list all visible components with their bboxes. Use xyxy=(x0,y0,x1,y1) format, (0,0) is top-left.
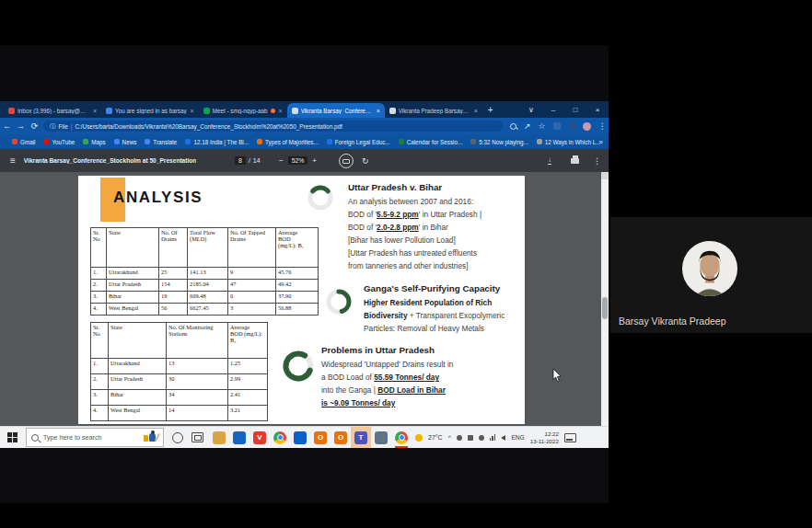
section-line: BOD of '2.0-2.8 ppm' in Bihar xyxy=(348,221,523,234)
table-cell: 2185.04 xyxy=(188,280,228,292)
rotate-icon[interactable]: ↻ xyxy=(362,156,369,166)
taskbar-clock[interactable]: 12:22 13-11-2022 xyxy=(530,430,559,444)
extension-icon[interactable] xyxy=(553,122,561,130)
recording-dot-icon xyxy=(271,109,275,113)
settings-app-icon[interactable] xyxy=(371,427,391,448)
pdf-menu-icon[interactable]: ≡ xyxy=(10,155,16,166)
tab-close-icon[interactable]: × xyxy=(278,108,283,114)
task-view-icon[interactable] xyxy=(191,432,203,442)
bookmark-item[interactable]: Foreign Legal Educ... xyxy=(327,139,390,145)
active-app-underline xyxy=(395,446,408,448)
browser-tab[interactable]: Vikranta Barsay_Conference...× xyxy=(287,103,385,118)
new-tab-button[interactable]: + xyxy=(488,103,493,118)
print-icon[interactable] xyxy=(571,158,579,164)
pdf-scrollbar[interactable] xyxy=(601,172,609,426)
windows-start-icon[interactable] xyxy=(7,432,17,442)
tab-search-icon[interactable]: ∨ xyxy=(520,106,542,114)
office-app-icon[interactable]: O xyxy=(310,427,331,448)
bookmarks-overflow-icon[interactable]: » xyxy=(599,138,603,146)
minimize-icon[interactable]: – xyxy=(542,106,564,114)
taskbar-search-input[interactable]: Type here to search xyxy=(26,428,164,447)
tab-close-icon[interactable]: × xyxy=(92,108,97,114)
bookmark-favicon xyxy=(470,139,476,144)
volume-icon[interactable] xyxy=(501,435,505,441)
zoom-in-icon[interactable]: + xyxy=(312,156,317,165)
participant-video-tile[interactable]: Barsay Vikranta Pradeep xyxy=(610,217,812,333)
section-text: Particles: Removal of Heavy Metals xyxy=(364,324,484,333)
pen-icon[interactable] xyxy=(468,435,473,441)
file-explorer-icon[interactable] xyxy=(209,427,229,448)
clock-time: 12:22 xyxy=(544,430,558,437)
bookmark-item[interactable]: Calendar for Sessio... xyxy=(399,139,463,145)
bookmark-favicon xyxy=(43,139,49,144)
donut-ring-icon xyxy=(282,350,315,383)
weather-icon[interactable] xyxy=(415,434,423,442)
bookmark-item[interactable]: Maps xyxy=(83,139,105,145)
section-text: + Transparent Exopolymeric xyxy=(408,311,505,320)
share-icon[interactable]: ↗ xyxy=(524,121,531,131)
bookmark-item[interactable]: Translate xyxy=(145,139,177,145)
bookmark-item[interactable]: News xyxy=(114,139,137,145)
scrollbar-thumb[interactable] xyxy=(602,297,608,319)
browser-tab[interactable]: Vikranta Pradeep Barsay_Re...× xyxy=(385,103,482,118)
touch-keyboard-icon[interactable] xyxy=(564,433,576,442)
section-text: BOD of ' xyxy=(348,223,377,232)
chrome-icon[interactable] xyxy=(391,427,412,448)
bookmark-favicon xyxy=(537,139,542,144)
section-body: Higher Resident Population of RichBiodiv… xyxy=(364,296,525,335)
teams-icon[interactable]: T xyxy=(351,427,371,448)
browser-tab[interactable]: Inbox (3,996) - barsay@mba...× xyxy=(4,103,101,118)
office-app-icon[interactable]: O xyxy=(331,427,351,448)
fit-to-page-icon[interactable] xyxy=(339,154,354,168)
profile-avatar[interactable] xyxy=(583,122,591,131)
bookmark-item[interactable]: 12 Ways in Which L... xyxy=(537,139,601,145)
forward-icon[interactable]: → xyxy=(14,121,28,131)
page-number-input[interactable]: 8 xyxy=(235,156,246,165)
tab-close-icon[interactable]: × xyxy=(376,108,380,114)
microsoft-store-icon[interactable] xyxy=(229,427,249,448)
network-icon[interactable] xyxy=(490,434,496,441)
maximize-icon[interactable]: □ xyxy=(564,106,586,114)
tab-close-icon[interactable]: × xyxy=(190,108,194,114)
reload-icon[interactable]: ⟳ xyxy=(28,121,41,131)
chrome-logo-icon xyxy=(395,431,408,444)
table-row: 1.Uttarakhand25141.13945.76 xyxy=(91,268,319,280)
bookmark-star-icon[interactable]: ☆ xyxy=(539,121,546,131)
bookmark-item[interactable]: Gmail xyxy=(12,139,35,145)
language-indicator[interactable]: ENG xyxy=(511,434,524,441)
temperature-label[interactable]: 27°C xyxy=(428,434,443,441)
section-problems-up: Problems in Uttar Pradesh Widespread 'Un… xyxy=(321,345,515,409)
bookmark-item[interactable]: 12.18 India | The Bl... xyxy=(185,139,249,145)
search-placeholder: Type here to search xyxy=(43,433,139,442)
extension-icon[interactable] xyxy=(568,122,575,130)
section-line: Higher Resident Population of Rich xyxy=(364,296,525,309)
section-text: Widespread 'Untapped' Drains result in xyxy=(321,360,453,369)
table-header-cell: No. Of Monitoring Stations xyxy=(167,323,228,359)
chrome-icon[interactable] xyxy=(270,427,290,448)
notification-icon[interactable] xyxy=(457,435,462,441)
cortana-icon[interactable] xyxy=(172,432,183,443)
red-media-app-icon[interactable]: V xyxy=(249,427,270,448)
pdf-more-icon[interactable]: ⋮ xyxy=(593,156,601,166)
hidden-icons-chevron-icon[interactable]: ^ xyxy=(448,434,451,441)
browser-tab[interactable]: You are signed in as barsay× xyxy=(101,103,199,118)
bookmark-item[interactable]: YouTube xyxy=(43,139,75,145)
zoom-out-icon[interactable]: − xyxy=(279,156,284,165)
scroll-up-icon[interactable] xyxy=(601,172,609,179)
close-icon[interactable]: × xyxy=(586,106,609,114)
address-bar[interactable]: ⓘ File | C:/Users/barta/Downloads/Vikran… xyxy=(43,121,503,132)
tab-strip: Inbox (3,996) - barsay@mba...×You are si… xyxy=(0,101,609,118)
bluetooth-icon[interactable] xyxy=(479,435,484,441)
page-info-icon[interactable]: ⓘ xyxy=(50,122,55,131)
browser-tab[interactable]: Meet - smq-nqyp-aab× xyxy=(199,103,287,118)
table-header-cell: No. Of Tapped Drains xyxy=(228,228,276,268)
search-icon xyxy=(31,434,39,442)
tab-close-icon[interactable]: × xyxy=(473,108,478,114)
onedrive-icon[interactable] xyxy=(290,427,310,448)
download-icon[interactable]: ↓ xyxy=(548,156,551,165)
back-icon[interactable]: ← xyxy=(0,121,14,131)
bookmark-item[interactable]: Types of Majorities... xyxy=(257,139,319,145)
bookmark-item[interactable]: 5:32 Now playing... xyxy=(470,139,528,145)
browser-menu-icon[interactable]: ⋮ xyxy=(598,121,607,131)
search-icon[interactable] xyxy=(510,123,516,130)
